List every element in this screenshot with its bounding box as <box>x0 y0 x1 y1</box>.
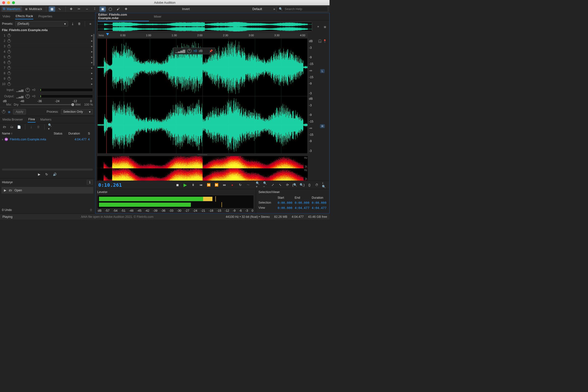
fast-forward-button[interactable]: ⏩ <box>214 183 219 187</box>
effect-slot[interactable]: 6▸ <box>0 60 95 65</box>
zoom-reset-icon[interactable]: ⟳ <box>285 183 290 187</box>
time-select-tool[interactable]: 𝙸 <box>92 6 98 12</box>
chevron-right-icon[interactable]: ▸ <box>91 77 93 80</box>
list-icon[interactable]: ≣ <box>8 110 10 114</box>
input-gain-knob[interactable] <box>26 88 30 92</box>
panel-menu-icon[interactable]: ≡ <box>31 14 33 18</box>
time-ruler[interactable]: hms 0:301:001:302:002:303:003:304:00 <box>97 33 308 38</box>
pin-blue-icon[interactable]: 📍 <box>323 39 327 43</box>
zoom-out-point-icon[interactable]: 🔍} <box>300 183 304 187</box>
chevron-right-icon[interactable]: ▸ <box>91 39 93 43</box>
loop-button[interactable]: ↻ <box>238 183 242 187</box>
effect-slot[interactable]: 2▸ <box>0 38 95 44</box>
tab-editor[interactable]: Editor: FileInfo.com Example.m4a ≡ <box>98 12 149 21</box>
tab-mixer[interactable]: Mixer <box>153 14 162 19</box>
process-dropdown[interactable]: Selection Only▾ <box>61 109 93 114</box>
file-row[interactable]: › ♒ FileInfo.com Example.m4a 4:04.477 4 <box>0 136 95 142</box>
apply-button[interactable]: Apply <box>13 109 26 114</box>
pause-button[interactable]: ⏸ <box>191 183 195 187</box>
pan-overview-icon[interactable]: ⌖ <box>316 24 320 29</box>
waveform-display[interactable]: ▁▃▅▇ +0 dB 📌 <box>97 38 308 154</box>
slot-power-icon[interactable] <box>7 34 11 37</box>
slot-power-icon[interactable] <box>7 61 11 64</box>
zoom-sel-icon[interactable]: {} <box>307 183 312 187</box>
slot-power-icon[interactable] <box>7 72 11 75</box>
spectrogram-resize-grip[interactable] <box>97 154 308 156</box>
presets-dropdown[interactable]: (Default)▾ <box>15 21 68 26</box>
pin-icon[interactable]: 📌 <box>209 49 213 53</box>
chevron-right-icon[interactable]: ▸ <box>91 34 93 37</box>
brush-tool[interactable]: 🖌 <box>115 6 122 12</box>
effect-slot[interactable]: 3▸ <box>0 44 95 49</box>
tab-media-browser[interactable]: Media Browser <box>2 117 23 122</box>
history-menu-icon[interactable]: ≡ <box>11 180 13 184</box>
play-button[interactable]: ▶ <box>183 183 188 187</box>
channel-right-label[interactable]: R <box>318 98 327 154</box>
zoom-selection-icon[interactable]: ⤡ <box>278 183 282 187</box>
slots-scrollbar[interactable] <box>93 34 94 66</box>
save-preset-icon[interactable]: ⤓ <box>70 21 75 26</box>
effect-slot[interactable]: 1▸ <box>0 33 95 38</box>
effect-slot[interactable]: 4▸ <box>0 49 95 54</box>
clear-history-icon[interactable]: 🗑 <box>90 208 93 212</box>
favorite-icon[interactable]: ★ <box>88 21 93 26</box>
tab-effects-rack[interactable]: Effects Rack ≡ <box>15 14 34 19</box>
files-columns[interactable]: Name ↑ Status Duration S <box>0 131 95 136</box>
chevron-right-icon[interactable]: ▸ <box>91 44 93 48</box>
preview-loop-icon[interactable]: ↻ <box>45 172 48 176</box>
playhead-icon[interactable] <box>106 33 109 36</box>
overview-waveform[interactable] <box>97 22 312 32</box>
selview-menu-icon[interactable]: ≡ <box>278 190 280 194</box>
slot-power-icon[interactable] <box>7 82 11 86</box>
toggle-spectral-display[interactable]: ∿ <box>56 6 63 12</box>
slot-power-icon[interactable] <box>7 44 11 48</box>
effect-slot[interactable]: 5▸ <box>0 54 95 60</box>
timer-icon[interactable]: ⏱ <box>314 183 319 187</box>
delete-preset-icon[interactable]: 🗑 <box>77 21 82 26</box>
channel-left-label[interactable]: L <box>318 43 327 98</box>
help-search[interactable]: 🔍 <box>276 6 328 12</box>
multitrack-mode-button[interactable]: ≣ Multitrack <box>24 6 44 12</box>
preview-autoplay-icon[interactable]: 🔊 <box>53 172 57 176</box>
new-file-icon[interactable]: 📄 <box>17 124 22 129</box>
history-item[interactable]: ▶ 🗁 Open <box>2 187 93 194</box>
skip-selection-button[interactable]: ⤳ <box>246 183 250 187</box>
chevron-right-icon[interactable]: ▸ <box>91 50 93 54</box>
razor-tool[interactable]: ✂ <box>76 6 82 12</box>
zoom-vert-icon[interactable]: ↕🔍 <box>322 183 326 187</box>
slot-power-icon[interactable] <box>7 77 11 80</box>
mix-slider[interactable] <box>20 104 73 105</box>
import-icon[interactable]: 🗂 <box>9 124 14 129</box>
move-tool[interactable]: ✥ <box>68 6 74 12</box>
toggle-waveform-display[interactable]: ▦ <box>49 6 55 12</box>
levels-menu-icon[interactable]: ≡ <box>106 190 107 194</box>
files-hscroll[interactable] <box>2 168 93 170</box>
hud-knob[interactable] <box>187 49 192 53</box>
stop-button[interactable]: ◼ <box>175 183 180 187</box>
marquee-tool[interactable]: ▣ <box>100 6 106 12</box>
heal-tool[interactable]: ✚ <box>123 6 129 12</box>
slot-power-icon[interactable] <box>7 55 11 59</box>
chevron-right-icon[interactable]: ▸ <box>91 82 93 86</box>
spectrogram-display[interactable]: Hz 1k Hz 1k <box>97 156 308 180</box>
disclosure-icon[interactable]: › <box>2 138 3 141</box>
tab-properties[interactable]: Properties <box>38 14 53 19</box>
filter-search-icon[interactable]: 🔍▾ <box>48 124 53 129</box>
power-toggle[interactable] <box>2 110 6 114</box>
tab-video[interactable]: Video <box>2 14 11 19</box>
effect-slot[interactable]: 9▸ <box>0 76 95 81</box>
tab-files[interactable]: Files ≡ <box>28 116 35 122</box>
slot-power-icon[interactable] <box>7 66 11 70</box>
chevron-right-icon[interactable]: ▸ <box>91 55 93 59</box>
slot-power-icon[interactable] <box>7 39 11 43</box>
chevron-right-icon[interactable]: ▸ <box>91 71 93 75</box>
slip-tool[interactable]: ↔ <box>84 6 90 12</box>
workspace-switcher[interactable]: Default <box>242 7 272 11</box>
slot-power-icon[interactable] <box>7 50 11 54</box>
skip-forward-button[interactable]: ⏭ <box>222 183 226 187</box>
zoom-in-point-icon[interactable]: {🔍 <box>292 183 297 187</box>
invert-button[interactable]: Invert <box>182 6 190 12</box>
chevron-right-icon[interactable]: ▸ <box>91 66 93 70</box>
zoom-out-icon[interactable]: 🔍− <box>263 183 268 187</box>
zoom-in-icon[interactable]: 🔍+ <box>256 183 260 187</box>
